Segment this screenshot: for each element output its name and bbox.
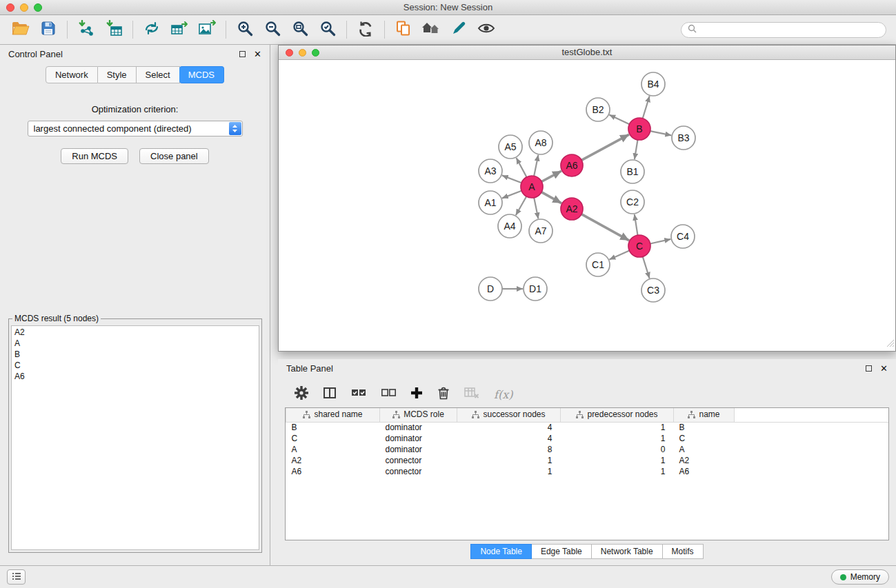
- close-window-button[interactable]: [6, 3, 14, 12]
- float-table-panel-icon[interactable]: [866, 365, 872, 372]
- import-table-button[interactable]: [100, 18, 128, 41]
- graph-edge-A-A8[interactable]: [534, 155, 538, 176]
- graph-edge-C-C2[interactable]: [635, 214, 638, 235]
- graph-edge-A-A3[interactable]: [502, 175, 521, 183]
- close-table-panel-icon[interactable]: ✕: [880, 364, 888, 373]
- search-input[interactable]: [701, 25, 879, 34]
- network-view[interactable]: B4B2BB3A5A8A6B1A3AC2A1A2A4A7C4CC1C3DD1: [279, 60, 895, 351]
- run-mcds-button[interactable]: Run MCDS: [61, 148, 128, 164]
- zoom-out-button[interactable]: [259, 18, 286, 41]
- graph-node-A7[interactable]: A7: [529, 219, 552, 243]
- table-row[interactable]: A2connector11A2: [286, 455, 889, 466]
- node-table[interactable]: shared nameMCDS rolesuccessor nodesprede…: [285, 407, 889, 540]
- float-panel-icon[interactable]: [239, 51, 246, 57]
- zoom-fit-button[interactable]: [286, 18, 314, 41]
- close-panel-icon[interactable]: ✕: [254, 50, 261, 59]
- graph-node-B2[interactable]: B2: [586, 98, 610, 121]
- graph-node-C3[interactable]: C3: [641, 278, 665, 302]
- select-all-button[interactable]: [351, 388, 366, 401]
- graph-node-D[interactable]: D: [479, 277, 502, 301]
- graph-node-B[interactable]: B: [628, 118, 650, 140]
- table-row[interactable]: Bdominator41B: [286, 422, 889, 433]
- delete-table-button[interactable]: [464, 387, 479, 402]
- refresh-network-button[interactable]: [352, 18, 379, 41]
- graph-edge-B-B3[interactable]: [650, 131, 672, 135]
- graph-edge-A-A6[interactable]: [541, 171, 561, 182]
- tab-style[interactable]: Style: [98, 66, 137, 83]
- table-row[interactable]: Adominator80A: [286, 444, 889, 455]
- mcds-result-item[interactable]: B: [14, 349, 256, 360]
- export-table-button[interactable]: [166, 18, 193, 41]
- graph-node-A4[interactable]: A4: [498, 214, 521, 238]
- open-session-button[interactable]: [7, 18, 34, 41]
- close-panel-button[interactable]: Close panel: [139, 148, 209, 164]
- graph-node-C2[interactable]: C2: [621, 190, 644, 214]
- zoom-network-window-button[interactable]: [312, 49, 319, 57]
- mcds-result-item[interactable]: A6: [14, 371, 256, 382]
- mcds-result-item[interactable]: C: [14, 360, 256, 371]
- graph-node-A5[interactable]: A5: [499, 135, 522, 159]
- graph-edge-A-A7[interactable]: [534, 198, 538, 219]
- column-header-predecessor-nodes[interactable]: predecessor nodes: [561, 408, 674, 422]
- graph-node-B4[interactable]: B4: [641, 72, 665, 96]
- graph-edge-A2-C[interactable]: [581, 214, 629, 241]
- graph-edge-A6-B[interactable]: [581, 134, 629, 160]
- column-header-name[interactable]: name: [674, 408, 735, 422]
- memory-button[interactable]: Memory: [831, 569, 889, 585]
- tab-motifs[interactable]: Motifs: [663, 544, 704, 559]
- table-row[interactable]: Cdominator41C: [286, 433, 889, 444]
- graph-node-B3[interactable]: B3: [672, 126, 695, 150]
- documents-button[interactable]: [390, 18, 417, 41]
- deselect-all-button[interactable]: [381, 388, 396, 401]
- table-row[interactable]: A6connector11A6: [286, 466, 889, 477]
- graph-edge-C-C1[interactable]: [609, 251, 629, 260]
- graph-edge-C-C4[interactable]: [650, 239, 671, 244]
- graph-node-A3[interactable]: A3: [479, 159, 502, 183]
- graph-edge-B-B1[interactable]: [635, 140, 638, 159]
- graph-node-C1[interactable]: C1: [586, 253, 610, 276]
- optimization-criterion-select[interactable]: largest connected component (directed): [28, 121, 243, 136]
- graph-node-A2[interactable]: A2: [561, 198, 583, 220]
- graph-node-B1[interactable]: B1: [621, 160, 644, 183]
- tab-mcds[interactable]: MCDS: [179, 66, 224, 83]
- minimize-network-window-button[interactable]: [299, 49, 306, 57]
- graph-edge-A-A4[interactable]: [516, 196, 526, 215]
- add-column-button[interactable]: [410, 387, 423, 402]
- graph-node-C4[interactable]: C4: [671, 225, 695, 248]
- save-session-button[interactable]: [34, 18, 62, 41]
- zoom-in-button[interactable]: [231, 18, 259, 41]
- home-button[interactable]: [417, 18, 445, 41]
- column-header-MCDS-role[interactable]: MCDS role: [380, 408, 457, 422]
- function-builder-button[interactable]: f(x): [494, 388, 512, 401]
- close-network-window-button[interactable]: [286, 49, 293, 57]
- column-header-successor-nodes[interactable]: successor nodes: [457, 408, 561, 422]
- show-hide-button[interactable]: [472, 18, 500, 41]
- export-image-button[interactable]: [193, 18, 221, 41]
- tab-node-table[interactable]: Node Table: [470, 544, 532, 559]
- graph-edge-C-C3[interactable]: [643, 256, 650, 278]
- mcds-result-list[interactable]: A2ABCA6: [11, 325, 259, 550]
- graph-edge-A-A5[interactable]: [517, 158, 527, 177]
- style-brush-button[interactable]: [445, 18, 472, 41]
- show-columns-button[interactable]: [323, 386, 337, 403]
- import-network-button[interactable]: [72, 18, 100, 41]
- graph-edge-B-B4[interactable]: [643, 96, 650, 119]
- panel-menu-button[interactable]: [7, 569, 26, 585]
- minimize-window-button[interactable]: [20, 3, 28, 12]
- zoom-selected-button[interactable]: [314, 18, 341, 41]
- resize-grip-icon[interactable]: [886, 338, 895, 350]
- graph-node-A1[interactable]: A1: [479, 191, 502, 214]
- column-header-shared-name[interactable]: shared name: [286, 408, 380, 422]
- network-canvas[interactable]: B4B2BB3A5A8A6B1A3AC2A1A2A4A7C4CC1C3DD1: [279, 60, 895, 351]
- tab-network-table[interactable]: Network Table: [592, 544, 663, 559]
- graph-node-A6[interactable]: A6: [561, 154, 583, 176]
- mcds-result-item[interactable]: A: [14, 338, 256, 349]
- graph-node-C[interactable]: C: [628, 235, 650, 257]
- table-options-button[interactable]: [295, 386, 308, 403]
- zoom-window-button[interactable]: [34, 3, 42, 12]
- tab-network[interactable]: Network: [46, 66, 98, 83]
- export-network-button[interactable]: [138, 18, 166, 41]
- graph-node-A8[interactable]: A8: [529, 131, 552, 154]
- delete-column-button[interactable]: [437, 386, 450, 403]
- tab-select[interactable]: Select: [137, 66, 180, 83]
